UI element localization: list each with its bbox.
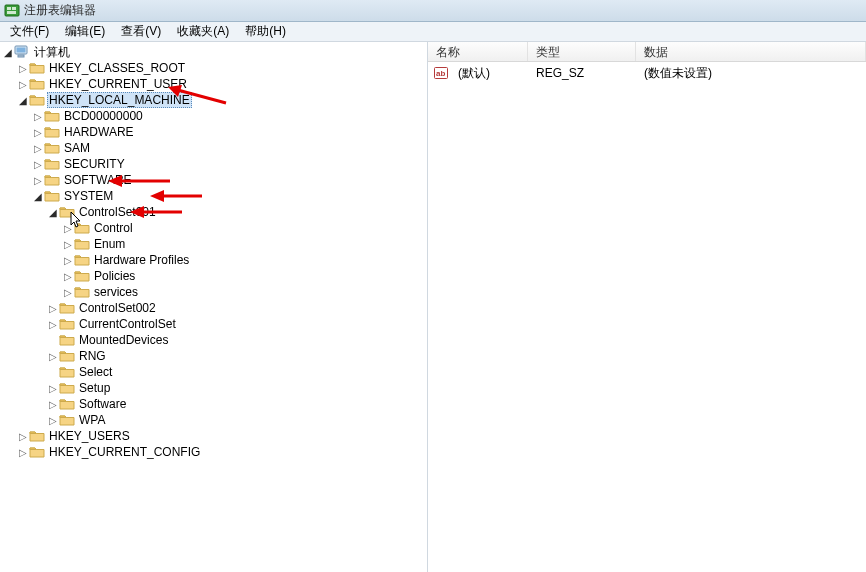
tree-item-security[interactable]: ▷SECURITY: [0, 156, 427, 172]
expand-toggle-icon[interactable]: ▷: [32, 174, 44, 186]
tree-item-setup[interactable]: ▷Setup: [0, 380, 427, 396]
tree-label: HKEY_CURRENT_USER: [47, 77, 189, 91]
folder-icon: [59, 412, 75, 428]
folder-icon: [29, 76, 45, 92]
expand-toggle-icon[interactable]: ▷: [47, 382, 59, 394]
tree-label: Select: [77, 365, 114, 379]
expand-toggle-icon[interactable]: ▷: [17, 62, 29, 74]
tree-item-policies[interactable]: ▷Policies: [0, 268, 427, 284]
tree-item-cs002[interactable]: ▷ControlSet002: [0, 300, 427, 316]
col-type[interactable]: 类型: [528, 42, 636, 61]
svg-text:ab: ab: [436, 69, 445, 78]
svg-rect-2: [12, 7, 16, 10]
expand-toggle-icon[interactable]: ▷: [32, 142, 44, 154]
folder-icon: [59, 332, 75, 348]
folder-icon: [29, 428, 45, 444]
expand-toggle-icon[interactable]: ▷: [32, 126, 44, 138]
tree-label: SECURITY: [62, 157, 127, 171]
tree-item-services[interactable]: ▷services: [0, 284, 427, 300]
expand-toggle-icon[interactable]: ▷: [32, 158, 44, 170]
col-data[interactable]: 数据: [636, 42, 866, 61]
tree-item-select[interactable]: Select: [0, 364, 427, 380]
tree-spacer: [47, 334, 59, 346]
folder-icon: [59, 348, 75, 364]
tree-item-hkcu[interactable]: ▷HKEY_CURRENT_USER: [0, 76, 427, 92]
expand-toggle-icon[interactable]: ▷: [17, 78, 29, 90]
expand-toggle-icon[interactable]: ▷: [62, 270, 74, 282]
tree-label: HKEY_USERS: [47, 429, 132, 443]
expand-toggle-icon[interactable]: ▷: [62, 286, 74, 298]
folder-icon: [44, 124, 60, 140]
menu-help[interactable]: 帮助(H): [239, 22, 292, 41]
tree-item-hkcc[interactable]: ▷HKEY_CURRENT_CONFIG: [0, 444, 427, 460]
folder-icon: [44, 108, 60, 124]
expand-toggle-icon[interactable]: ▷: [17, 446, 29, 458]
tree-item-system[interactable]: ◢SYSTEM: [0, 188, 427, 204]
tree-label: WPA: [77, 413, 107, 427]
tree-item-bcd[interactable]: ▷BCD00000000: [0, 108, 427, 124]
string-value-icon: ab: [434, 66, 448, 80]
tree-item-sam[interactable]: ▷SAM: [0, 140, 427, 156]
tree-item-mounted[interactable]: MountedDevices: [0, 332, 427, 348]
tree-label: HKEY_CLASSES_ROOT: [47, 61, 187, 75]
tree-label: BCD00000000: [62, 109, 145, 123]
folder-icon: [29, 444, 45, 460]
tree-item-control[interactable]: ▷Control: [0, 220, 427, 236]
folder-icon: [44, 172, 60, 188]
expand-toggle-icon[interactable]: ▷: [47, 414, 59, 426]
tree-spacer: [47, 366, 59, 378]
list-row[interactable]: ab (默认) REG_SZ (数值未设置): [428, 64, 866, 82]
tree-item-hkcr[interactable]: ▷HKEY_CLASSES_ROOT: [0, 60, 427, 76]
tree-label: CurrentControlSet: [77, 317, 178, 331]
tree-item-software2[interactable]: ▷Software: [0, 396, 427, 412]
cell-name: (默认): [450, 65, 528, 82]
menu-favorites[interactable]: 收藏夹(A): [171, 22, 235, 41]
expand-toggle-icon[interactable]: ◢: [47, 206, 59, 218]
expand-toggle-icon[interactable]: ▷: [62, 254, 74, 266]
tree-label: HARDWARE: [62, 125, 136, 139]
svg-rect-6: [18, 55, 24, 57]
expand-toggle-icon[interactable]: ▷: [47, 350, 59, 362]
menu-view[interactable]: 查看(V): [115, 22, 167, 41]
tree-item-hku[interactable]: ▷HKEY_USERS: [0, 428, 427, 444]
tree-pane[interactable]: ◢计算机▷HKEY_CLASSES_ROOT▷HKEY_CURRENT_USER…: [0, 42, 428, 572]
window-title: 注册表编辑器: [24, 2, 96, 19]
app-icon: [4, 3, 20, 19]
expand-toggle-icon[interactable]: ▷: [47, 318, 59, 330]
expand-toggle-icon[interactable]: ◢: [2, 46, 14, 58]
list-pane[interactable]: 名称 类型 数据 ab (默认) REG_SZ (数值未设置): [428, 42, 866, 572]
expand-toggle-icon[interactable]: ▷: [32, 110, 44, 122]
tree-root-computer[interactable]: ◢计算机: [0, 44, 427, 60]
list-rows: ab (默认) REG_SZ (数值未设置): [428, 62, 866, 82]
expand-toggle-icon[interactable]: ▷: [62, 238, 74, 250]
folder-icon: [59, 364, 75, 380]
tree-item-cs001[interactable]: ◢ControlSet001: [0, 204, 427, 220]
tree-label: Setup: [77, 381, 112, 395]
expand-toggle-icon[interactable]: ◢: [32, 190, 44, 202]
col-name[interactable]: 名称: [428, 42, 528, 61]
tree-label: services: [92, 285, 140, 299]
expand-toggle-icon[interactable]: ▷: [62, 222, 74, 234]
tree-item-hardware[interactable]: ▷HARDWARE: [0, 124, 427, 140]
tree-item-rng[interactable]: ▷RNG: [0, 348, 427, 364]
folder-icon: [59, 316, 75, 332]
folder-icon: [44, 140, 60, 156]
tree-item-ccs[interactable]: ▷CurrentControlSet: [0, 316, 427, 332]
tree-item-wpa[interactable]: ▷WPA: [0, 412, 427, 428]
menu-file[interactable]: 文件(F): [4, 22, 55, 41]
folder-icon: [29, 60, 45, 76]
content-area: ◢计算机▷HKEY_CLASSES_ROOT▷HKEY_CURRENT_USER…: [0, 42, 866, 572]
tree-label: Enum: [92, 237, 127, 251]
folder-icon: [74, 252, 90, 268]
expand-toggle-icon[interactable]: ◢: [17, 94, 29, 106]
computer-icon: [14, 44, 30, 60]
tree-item-hwprofiles[interactable]: ▷Hardware Profiles: [0, 252, 427, 268]
tree-item-enum[interactable]: ▷Enum: [0, 236, 427, 252]
svg-rect-5: [17, 48, 26, 53]
expand-toggle-icon[interactable]: ▷: [47, 302, 59, 314]
expand-toggle-icon[interactable]: ▷: [47, 398, 59, 410]
menu-edit[interactable]: 编辑(E): [59, 22, 111, 41]
expand-toggle-icon[interactable]: ▷: [17, 430, 29, 442]
tree-item-software[interactable]: ▷SOFTWARE: [0, 172, 427, 188]
tree-item-hklm[interactable]: ◢HKEY_LOCAL_MACHINE: [0, 92, 427, 108]
